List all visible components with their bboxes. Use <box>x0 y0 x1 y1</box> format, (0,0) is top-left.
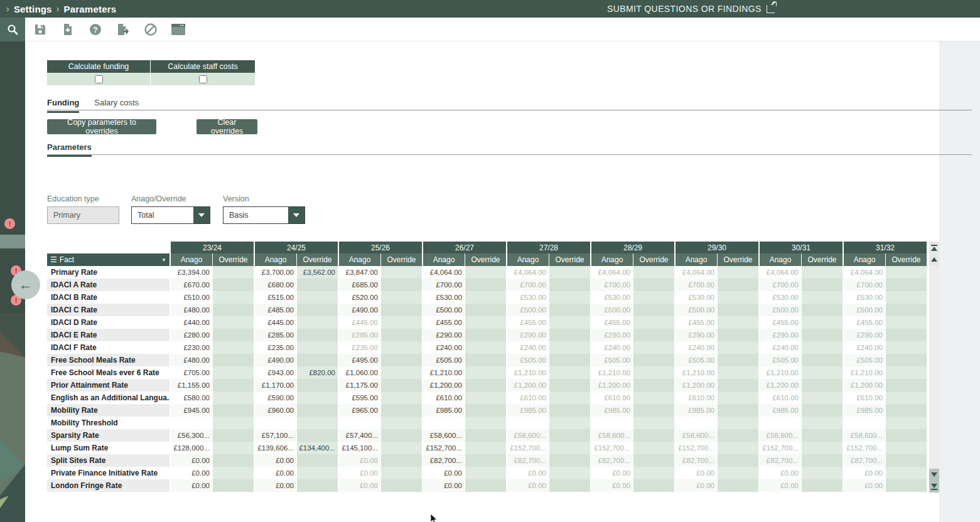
anago-cell[interactable]: £595.00 <box>339 392 380 404</box>
override-cell[interactable] <box>718 279 758 291</box>
scroll-up-button[interactable] <box>929 253 939 265</box>
override-cell[interactable] <box>549 392 590 404</box>
anago-cell[interactable]: £57,400... <box>339 429 380 442</box>
anago-cell[interactable]: £57,100... <box>255 429 296 442</box>
anago-cell[interactable]: £1,210.00 <box>591 366 633 379</box>
anago-cell[interactable]: £610.00 <box>423 392 465 404</box>
override-cell[interactable] <box>297 404 338 417</box>
override-cell[interactable] <box>213 341 254 354</box>
override-cell[interactable] <box>802 329 843 341</box>
override-cell[interactable] <box>633 404 674 417</box>
scroll-to-bottom-button[interactable] <box>929 481 939 493</box>
anago-cell[interactable]: £700.00 <box>507 279 549 291</box>
version-select[interactable]: Basis <box>223 206 305 224</box>
anago-cell[interactable]: £700.00 <box>423 279 465 291</box>
override-cell[interactable] <box>213 479 254 492</box>
override-cell[interactable] <box>549 279 590 291</box>
anago-cell[interactable]: £3,394.00 <box>171 266 212 279</box>
anago-cell[interactable]: £1,200.00 <box>676 379 717 392</box>
help-button[interactable]: ? <box>88 22 103 37</box>
anago-cell[interactable]: £152,700... <box>507 442 549 454</box>
override-cell[interactable] <box>381 354 422 366</box>
anago-cell[interactable]: £82,700... <box>676 454 717 467</box>
anago-cell[interactable]: £985.00 <box>423 404 465 417</box>
override-cell[interactable] <box>886 454 927 467</box>
override-cell[interactable] <box>465 266 506 279</box>
override-cell[interactable] <box>213 304 254 316</box>
override-cell[interactable] <box>886 404 927 417</box>
override-cell[interactable] <box>802 266 843 279</box>
override-cell[interactable] <box>549 354 590 366</box>
anago-cell[interactable]: £58,600... <box>760 429 801 442</box>
anago-cell[interactable]: £610.00 <box>676 392 717 404</box>
anago-cell[interactable]: £985.00 <box>507 404 549 417</box>
override-cell[interactable] <box>465 454 506 467</box>
override-cell[interactable] <box>381 454 422 467</box>
override-cell[interactable] <box>213 379 254 392</box>
anago-cell[interactable]: £0.00 <box>339 479 380 492</box>
anago-cell[interactable]: £985.00 <box>844 404 885 417</box>
anago-cell[interactable]: £440.00 <box>171 316 212 329</box>
override-cell[interactable] <box>802 392 843 404</box>
anago-cell[interactable]: £0.00 <box>591 467 633 479</box>
fact-column-header[interactable]: ☰ Fact ▼ <box>47 253 170 266</box>
anago-cell[interactable]: £4,064.00 <box>676 266 717 279</box>
anago-cell[interactable] <box>591 417 633 429</box>
override-cell[interactable] <box>297 467 338 479</box>
anago-cell[interactable]: £1,210.00 <box>760 366 801 379</box>
anago-cell[interactable]: £240.00 <box>591 341 633 354</box>
anago-cell[interactable]: £985.00 <box>760 404 801 417</box>
anago-cell[interactable]: £82,700... <box>591 454 633 467</box>
override-cell[interactable] <box>802 316 843 329</box>
anago-cell[interactable]: £290.00 <box>423 329 465 341</box>
anago-cell[interactable]: £505.00 <box>507 354 549 366</box>
override-cell[interactable] <box>381 266 422 279</box>
override-cell[interactable] <box>633 392 674 404</box>
override-cell[interactable] <box>802 429 843 442</box>
anago-cell[interactable]: £670.00 <box>171 279 212 291</box>
override-cell[interactable] <box>886 366 927 379</box>
override-cell[interactable] <box>633 366 674 379</box>
override-cell[interactable] <box>465 354 506 366</box>
anago-cell[interactable]: £1,200.00 <box>844 379 885 392</box>
save-button[interactable] <box>33 22 48 37</box>
anago-cell[interactable]: £490.00 <box>255 354 296 366</box>
override-cell[interactable] <box>718 467 758 479</box>
override-cell[interactable] <box>381 467 422 479</box>
override-cell[interactable] <box>549 454 590 467</box>
scroll-down-button[interactable] <box>929 469 939 481</box>
anago-cell[interactable]: £530.00 <box>591 291 633 304</box>
override-cell[interactable]: £134,400... <box>297 442 338 454</box>
education-type-field[interactable]: Primary <box>47 206 119 224</box>
anago-cell[interactable]: £3,700.00 <box>255 266 296 279</box>
override-cell[interactable] <box>802 442 843 454</box>
anago-cell[interactable]: £82,700... <box>423 454 465 467</box>
copy-parameters-button[interactable]: Copy parameters to overrides <box>47 119 156 134</box>
anago-cell[interactable] <box>171 417 212 429</box>
anago-cell[interactable]: £235.00 <box>339 341 380 354</box>
override-cell[interactable] <box>213 392 254 404</box>
override-cell[interactable] <box>381 316 422 329</box>
override-cell[interactable] <box>213 329 254 341</box>
override-cell[interactable] <box>633 266 674 279</box>
window-button[interactable] <box>171 22 186 37</box>
anago-cell[interactable]: £500.00 <box>423 304 465 316</box>
anago-cell[interactable]: £610.00 <box>591 392 633 404</box>
override-cell[interactable] <box>718 417 758 429</box>
anago-cell[interactable]: £58,600... <box>423 429 465 442</box>
override-cell[interactable] <box>802 279 843 291</box>
anago-cell[interactable]: £700.00 <box>760 279 801 291</box>
anago-cell[interactable]: £1,210.00 <box>676 366 717 379</box>
override-cell[interactable] <box>465 379 506 392</box>
override-cell[interactable] <box>213 454 254 467</box>
override-cell[interactable] <box>718 404 758 417</box>
override-cell[interactable] <box>465 291 506 304</box>
grid-vertical-scrollbar[interactable] <box>929 242 939 493</box>
anago-cell[interactable]: £1,175.00 <box>339 379 380 392</box>
anago-cell[interactable]: £985.00 <box>676 404 717 417</box>
override-cell[interactable] <box>297 379 338 392</box>
anago-cell[interactable]: £500.00 <box>760 304 801 316</box>
override-cell[interactable] <box>633 479 674 492</box>
anago-cell[interactable]: £943.00 <box>255 366 296 379</box>
override-cell[interactable] <box>718 479 758 492</box>
